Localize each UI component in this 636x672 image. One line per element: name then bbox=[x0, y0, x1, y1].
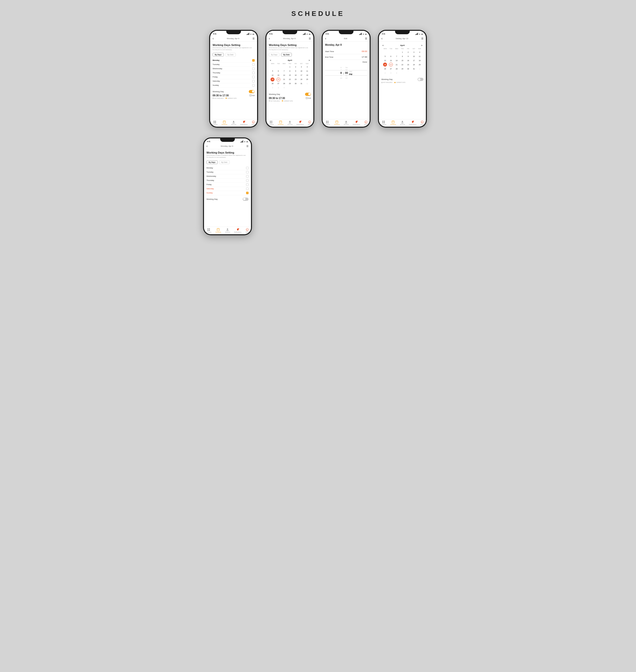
cal-cell[interactable]: 11 bbox=[418, 54, 422, 58]
cal-cell[interactable]: 30 bbox=[294, 82, 298, 86]
cal-cell-selected-4[interactable]: 20 bbox=[389, 63, 393, 66]
cal-cell[interactable]: 12 bbox=[271, 73, 275, 77]
cal-cell[interactable]: 8 bbox=[288, 69, 292, 73]
cal-cell[interactable]: 23 bbox=[406, 63, 410, 66]
checkbox-saturday-5[interactable] bbox=[246, 187, 249, 190]
cal-cell-selected[interactable]: 20 bbox=[276, 78, 280, 81]
cal-cell[interactable]: 3 bbox=[276, 86, 280, 90]
checkbox-tuesday-5[interactable] bbox=[246, 171, 249, 174]
cal-cell[interactable]: 4 bbox=[282, 86, 286, 90]
cal-cell[interactable]: 18 bbox=[305, 73, 309, 77]
cal-prev-4[interactable]: « bbox=[382, 44, 384, 47]
cal-cell[interactable]: 25 bbox=[305, 78, 309, 81]
cal-cell[interactable]: 30 bbox=[406, 67, 410, 71]
nav-item-products-5[interactable]: Products bbox=[206, 228, 211, 233]
menu-icon-5[interactable]: ☰ bbox=[246, 145, 249, 147]
nav-item-notifications-5[interactable]: Notifications bbox=[234, 228, 241, 233]
cal-cell[interactable]: 13 bbox=[276, 73, 280, 77]
nav-item-account-1[interactable]: Account bbox=[231, 121, 236, 125]
cal-cell[interactable]: 16 bbox=[294, 73, 298, 77]
nav-item-sales-2[interactable]: $ Sales bbox=[308, 121, 312, 125]
checkbox-sunday-1[interactable] bbox=[252, 84, 255, 86]
cal-cell[interactable]: 3 bbox=[299, 65, 303, 69]
back-button-1[interactable]: ‹ bbox=[213, 37, 214, 40]
cal-cell[interactable]: 11 bbox=[305, 69, 309, 73]
cal-cell[interactable]: 1 bbox=[288, 65, 292, 69]
cal-cell[interactable]: 31 bbox=[412, 67, 416, 71]
working-day-toggle-1[interactable] bbox=[249, 90, 255, 93]
cal-cell[interactable]: 8 bbox=[400, 54, 404, 58]
cal-cell-today[interactable]: 19 bbox=[271, 78, 275, 81]
cal-cell[interactable]: 1 bbox=[305, 82, 309, 86]
nav-item-notifications-3[interactable]: Notifications bbox=[353, 121, 360, 125]
cal-cell[interactable]: 9 bbox=[406, 54, 410, 58]
checkbox-monday-1[interactable]: ✓ bbox=[252, 59, 255, 62]
cal-cell[interactable]: 15 bbox=[288, 73, 292, 77]
nav-item-products-1[interactable]: Products bbox=[212, 121, 217, 125]
cal-cell-today-4[interactable]: 19 bbox=[383, 63, 387, 66]
cal-cell[interactable]: 27 bbox=[389, 67, 393, 71]
cal-cell[interactable]: 21 bbox=[395, 63, 398, 66]
tab-by-date-5[interactable]: By Date bbox=[219, 160, 230, 164]
tab-by-date-2[interactable]: By Date bbox=[281, 53, 292, 57]
checkbox-thursday-1[interactable] bbox=[252, 72, 255, 74]
cal-cell[interactable]: 14 bbox=[282, 73, 286, 77]
checkbox-wednesday-1[interactable] bbox=[252, 67, 255, 70]
cal-cell[interactable]: 7 bbox=[282, 69, 286, 73]
nav-item-schedule-3[interactable]: Schedule bbox=[334, 121, 340, 125]
cal-cell[interactable]: 10 bbox=[412, 54, 416, 58]
nav-item-schedule-5[interactable]: Schedule bbox=[216, 228, 221, 233]
working-day-toggle-2[interactable] bbox=[305, 93, 311, 96]
cal-next-2[interactable]: » bbox=[309, 59, 310, 62]
cal-cell[interactable]: 24 bbox=[299, 78, 303, 81]
nav-item-sales-5[interactable]: $ Sales bbox=[245, 228, 249, 233]
cal-next-4[interactable]: » bbox=[421, 44, 422, 47]
end-time-value-3[interactable]: 17:30 bbox=[361, 56, 367, 58]
checkbox-friday-5[interactable] bbox=[246, 183, 249, 186]
cal-cell[interactable] bbox=[276, 65, 280, 69]
nav-item-products-4[interactable]: Products bbox=[381, 121, 386, 125]
menu-icon-3[interactable]: ☰ bbox=[365, 37, 367, 40]
cal-cell[interactable]: 3 bbox=[389, 71, 393, 75]
nav-item-notifications-2[interactable]: Notifications bbox=[297, 121, 304, 125]
menu-icon-2[interactable]: ☰ bbox=[309, 37, 311, 40]
cal-cell[interactable] bbox=[271, 65, 275, 69]
tab-by-days-2[interactable]: By Days bbox=[269, 53, 280, 57]
cal-cell[interactable]: 15 bbox=[400, 58, 404, 62]
cal-cell[interactable]: 6 bbox=[276, 69, 280, 73]
cal-cell[interactable]: 17 bbox=[299, 73, 303, 77]
cal-cell[interactable]: 26 bbox=[271, 82, 275, 86]
cal-cell[interactable]: 26 bbox=[383, 67, 387, 71]
cal-cell[interactable]: 7 bbox=[395, 54, 398, 58]
cal-cell[interactable]: 22 bbox=[288, 78, 292, 81]
cal-cell[interactable]: 29 bbox=[288, 82, 292, 86]
nav-item-sales-1[interactable]: $ Sales bbox=[252, 121, 255, 125]
cal-cell[interactable] bbox=[383, 50, 387, 54]
cal-cell[interactable] bbox=[395, 50, 398, 54]
cal-cell[interactable]: 4 bbox=[395, 71, 398, 75]
cal-prev-2[interactable]: « bbox=[270, 59, 271, 62]
checkbox-tuesday-1[interactable] bbox=[252, 63, 255, 66]
working-day-toggle-5[interactable] bbox=[243, 198, 249, 201]
start-time-value-3[interactable]: 09:00 bbox=[361, 50, 367, 53]
menu-icon-4[interactable]: ☰ bbox=[421, 37, 423, 40]
tab-by-days-5[interactable]: By Days bbox=[206, 160, 218, 164]
done-btn-3[interactable]: Done bbox=[325, 60, 367, 64]
cal-cell[interactable] bbox=[389, 50, 393, 54]
cal-cell[interactable]: 17 bbox=[412, 58, 416, 62]
nav-item-schedule-2[interactable]: Schedule bbox=[278, 121, 283, 125]
cal-cell[interactable]: 29 bbox=[400, 67, 404, 71]
cal-cell[interactable]: 21 bbox=[282, 78, 286, 81]
cal-cell[interactable]: 9 bbox=[294, 69, 298, 73]
cal-cell[interactable]: 23 bbox=[294, 78, 298, 81]
menu-icon-1[interactable]: ☰ bbox=[253, 37, 255, 40]
checkbox-monday-5[interactable] bbox=[246, 167, 249, 169]
cal-cell[interactable]: 25 bbox=[418, 63, 422, 66]
nav-item-account-2[interactable]: Account bbox=[287, 121, 292, 125]
back-button-2[interactable]: ‹ bbox=[269, 37, 270, 40]
cal-cell[interactable]: 5 bbox=[383, 54, 387, 58]
nav-item-products-2[interactable]: Products bbox=[269, 121, 274, 125]
cal-cell[interactable] bbox=[282, 65, 286, 69]
nav-item-account-3[interactable]: Account bbox=[344, 121, 349, 125]
back-button-3[interactable]: ‹ bbox=[325, 37, 326, 40]
